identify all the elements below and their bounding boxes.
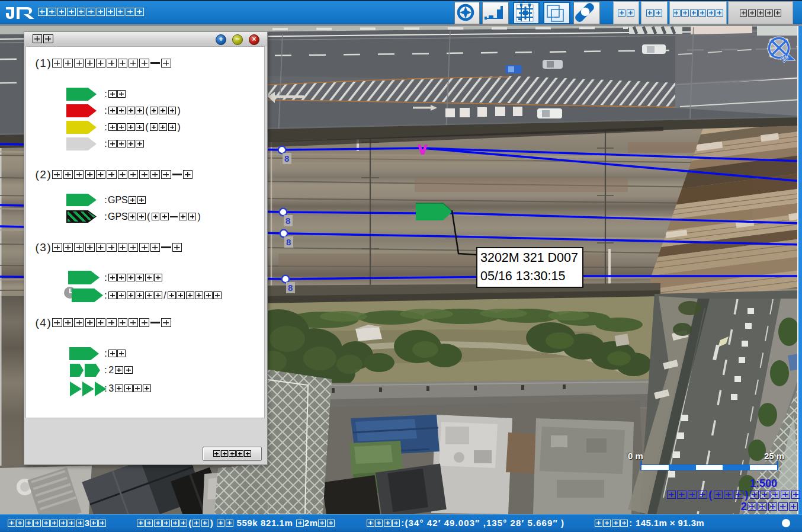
svg-text:8: 8 [284, 153, 289, 164]
svg-text:8: 8 [286, 237, 291, 247]
svg-text:8: 8 [285, 216, 290, 226]
svg-text:8: 8 [288, 283, 293, 293]
